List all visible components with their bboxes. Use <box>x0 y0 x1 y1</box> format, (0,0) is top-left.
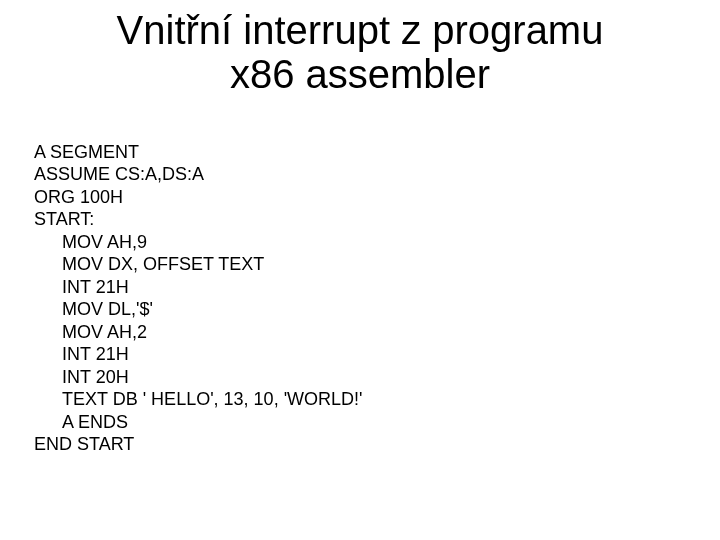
code-line: END START <box>34 434 134 454</box>
code-line: ORG 100H <box>34 187 123 207</box>
code-line: MOV AH,9 <box>62 232 147 252</box>
title-line-1: Vnitřní interrupt z programu <box>117 8 604 52</box>
slide: Vnitřní interrupt z programu x86 assembl… <box>0 0 720 540</box>
code-line: A ENDS <box>62 412 128 432</box>
code-line: MOV DX, OFFSET TEXT <box>62 254 264 274</box>
code-line: A SEGMENT <box>34 142 139 162</box>
code-line: MOV DL,'$' <box>62 299 153 319</box>
code-line: INT 20H <box>62 367 129 387</box>
code-line: MOV AH,2 <box>62 322 147 342</box>
code-line: ASSUME CS:A,DS:A <box>34 164 204 184</box>
code-line: START: <box>34 209 94 229</box>
code-line: TEXT DB ' HELLO', 13, 10, 'WORLD!' <box>62 389 363 409</box>
code-block: A SEGMENT ASSUME CS:A,DS:A ORG 100H STAR… <box>34 118 363 478</box>
title-line-2: x86 assembler <box>230 52 490 96</box>
slide-title: Vnitřní interrupt z programu x86 assembl… <box>0 8 720 96</box>
code-line: INT 21H <box>62 344 129 364</box>
code-line: INT 21H <box>62 277 129 297</box>
